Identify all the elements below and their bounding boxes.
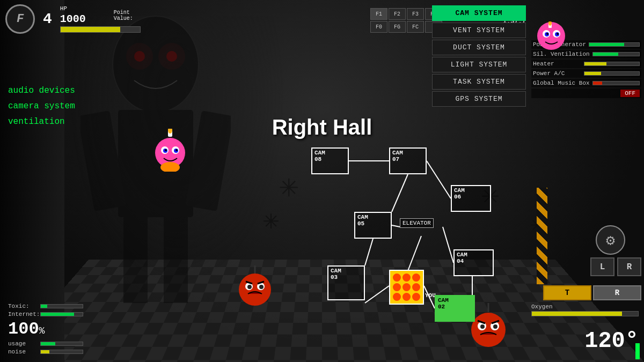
right-item-fill-1 [593, 53, 619, 56]
left-panel-item-1: camera system [8, 99, 75, 114]
usage-bar [40, 342, 83, 346]
level-number: 4 [43, 11, 52, 27]
you-marker: YOU [425, 292, 436, 299]
svg-point-41 [546, 33, 548, 35]
right-panel-item-4: Global Music Box [531, 79, 641, 87]
bottom-stats: Toxic: Internet: 100% usage noise [8, 303, 83, 357]
svg-point-42 [557, 33, 559, 35]
cam-node-07[interactable]: CAM07 [389, 147, 427, 174]
noise-row: noise [8, 349, 83, 355]
svg-point-3 [134, 51, 145, 62]
cam-node-06[interactable]: CAM06 [451, 185, 491, 212]
cam-node-05[interactable]: CAM05 [354, 212, 392, 239]
right-panel-item-5: OFF [531, 88, 641, 98]
hp-bar-container [60, 26, 141, 33]
right-item-label-3: Power A/C [533, 70, 581, 77]
cam-node-04[interactable]: CAM04 [453, 249, 494, 276]
anim-face-top-right [537, 21, 566, 51]
system-btn-light-system[interactable]: LIGHT SYSTEM [432, 57, 526, 72]
oxygen-section: Oxygen [531, 304, 639, 316]
right-item-bar-0 [589, 42, 640, 47]
left-panel-item-0: audio devices [8, 83, 75, 99]
hp-bar [61, 27, 120, 32]
svg-point-4 [166, 51, 177, 62]
internet-value: 100 [8, 319, 39, 339]
l-button[interactable]: L [590, 257, 614, 276]
spike-2: ✳ [263, 204, 279, 237]
noise-fill [41, 350, 49, 353]
usage-fill [41, 342, 55, 345]
internet-percent: % [39, 326, 45, 336]
f-logo-badge: F [5, 4, 35, 34]
degree-display: 120° [584, 328, 639, 354]
right-panel-item-1: Sil. Ventilation [531, 50, 641, 58]
toxic-row: Toxic: [8, 303, 83, 309]
internet-bar [40, 312, 83, 316]
hp-section: Point Value: HP 1000 [57, 5, 141, 33]
oxygen-bar [531, 311, 639, 316]
r-button[interactable]: R [617, 257, 641, 276]
toxic-bar [40, 304, 83, 308]
oxygen-label: Oxygen [531, 304, 639, 310]
svg-point-17 [165, 149, 167, 151]
t-button[interactable]: T [543, 285, 591, 300]
noise-bar [40, 350, 83, 354]
right-item-bar-2 [584, 62, 640, 66]
lr-buttons: L R [590, 257, 641, 276]
right-panel-item-3: Power A/C [531, 69, 641, 78]
current-location-pizza [389, 270, 424, 305]
svg-point-18 [175, 149, 178, 151]
system-btn-task-system[interactable]: TASK SYSTEM [432, 74, 526, 90]
right-item-fill-4 [593, 82, 602, 85]
elevator-label[interactable]: ELEVATOR [400, 218, 434, 228]
off-badge: OFF [620, 90, 640, 97]
svg-point-24 [247, 285, 252, 289]
svg-rect-8 [123, 217, 148, 303]
internet-label: Internet: [8, 311, 40, 317]
system-btn-vent-system[interactable]: VENT SYSTEM [432, 23, 526, 38]
right-item-label-2: Heater [533, 61, 581, 67]
right-item-bar-4 [592, 81, 640, 85]
spike-1: ✳ [279, 166, 298, 206]
right-item-fill-3 [584, 72, 601, 75]
right-panel-item-2: Heater [531, 60, 641, 68]
usage-row: usage [8, 341, 83, 347]
svg-rect-9 [164, 217, 188, 303]
right-item-fill-2 [584, 62, 606, 65]
right-item-bar-3 [584, 71, 640, 76]
cam-node-08[interactable]: CAM 08 [311, 147, 349, 174]
system-panel: CAM SYSTEMVENT SYSTEMDUCT SYSTEMLIGHT SY… [432, 5, 526, 108]
right-item-label-1: Sil. Ventilation [533, 51, 590, 57]
camera-map: CAM 08 CAM07 CAM06 CAM05 ELEVATOR CAM04 … [301, 142, 547, 346]
system-btn-cam-system[interactable]: CAM SYSTEM [432, 5, 526, 21]
system-btn-gps-system[interactable]: GPS SYSTEM [432, 91, 526, 107]
balloon-character-1 [153, 129, 188, 174]
right-info-panel: Power GeneratorSil. VentilationHeaterPow… [529, 5, 644, 102]
oxygen-fill [532, 312, 622, 316]
point-value-label: Point Value: [114, 10, 141, 21]
svg-point-21 [239, 274, 271, 306]
right-item-fill-0 [589, 43, 624, 46]
cam-node-03[interactable]: CAM03 [327, 265, 365, 300]
left-panel: audio devicescamera systemventilation [8, 83, 75, 129]
usage-label: usage [8, 341, 40, 347]
tr-buttons: T R [543, 285, 641, 300]
system-btn-duct-system[interactable]: DUCT SYSTEM [432, 40, 526, 55]
right-item-label-4: Global Music Box [533, 80, 590, 86]
toxic-label: Toxic: [8, 303, 40, 309]
internet-fill [41, 313, 74, 316]
right-item-bar-1 [592, 52, 640, 56]
internet-row: Internet: [8, 311, 83, 317]
noise-label: noise [8, 349, 40, 355]
left-panel-item-2: ventilation [8, 114, 75, 130]
cam-node-02[interactable]: CAM02 [435, 295, 475, 322]
red-bomb-character-1 [236, 263, 274, 308]
svg-point-25 [259, 285, 264, 289]
tr-r-button[interactable]: R [593, 285, 641, 300]
fan-icon[interactable]: ⚙ [596, 225, 625, 255]
toxic-fill [41, 305, 47, 308]
